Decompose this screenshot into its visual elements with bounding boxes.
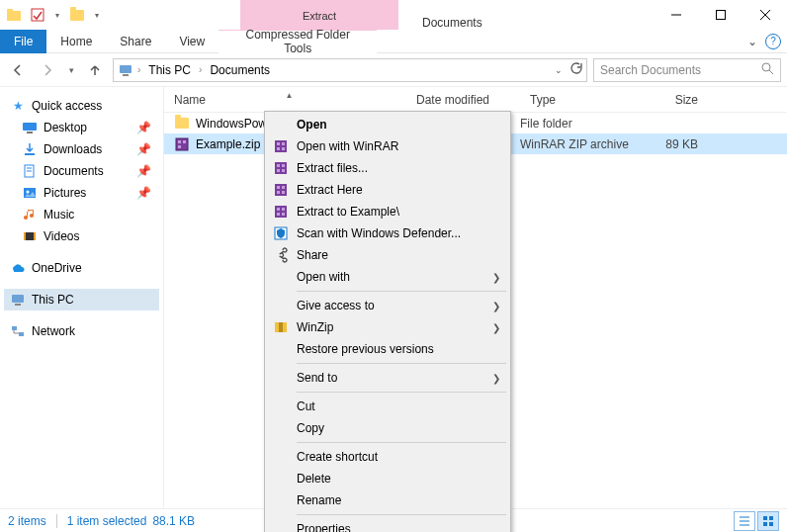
address-dropdown-icon[interactable]: ⌄: [555, 65, 563, 75]
winrar-icon: [273, 160, 289, 176]
close-button[interactable]: [743, 0, 787, 30]
context-menu-item-copy[interactable]: Copy: [267, 417, 508, 439]
tab-home[interactable]: Home: [46, 30, 106, 53]
forward-button[interactable]: [36, 58, 59, 82]
svg-rect-52: [282, 191, 285, 194]
svg-rect-49: [277, 186, 280, 189]
context-menu-label: Share: [297, 248, 328, 262]
svg-rect-7: [120, 65, 131, 73]
pin-icon: 📌: [136, 121, 151, 134]
sidebar-this-pc[interactable]: This PC: [4, 289, 159, 310]
desktop-icon: [22, 120, 38, 135]
pc-icon: [118, 62, 133, 78]
svg-line-10: [769, 70, 773, 74]
pc-icon: [10, 292, 26, 308]
minimize-button[interactable]: [654, 0, 698, 30]
window-controls: [654, 0, 787, 30]
tab-compressed-folder-tools[interactable]: Compressed Folder Tools: [219, 30, 377, 53]
svg-rect-34: [763, 516, 767, 520]
svg-rect-12: [27, 132, 33, 133]
qat-dropdown-icon[interactable]: ▾: [53, 7, 61, 23]
context-menu-item-share[interactable]: Share: [267, 244, 508, 266]
context-menu-item-restore-previous-versions[interactable]: Restore previous versions: [267, 338, 508, 360]
back-button[interactable]: [6, 58, 30, 82]
svg-rect-26: [176, 138, 188, 150]
sidebar-network[interactable]: Network: [4, 320, 159, 342]
breadcrumb-documents[interactable]: Documents: [206, 63, 274, 77]
recent-locations-icon[interactable]: ▾: [65, 58, 77, 82]
context-menu-label: Send to: [297, 371, 337, 385]
context-menu-label: Give access to: [297, 299, 375, 312]
music-icon: [22, 207, 38, 222]
context-menu-item-extract-here[interactable]: Extract Here: [267, 179, 508, 201]
context-menu-item-open-with-winrar[interactable]: Open with WinRAR: [267, 135, 508, 157]
column-date[interactable]: Date modified: [406, 93, 520, 107]
ribbon-expand-icon[interactable]: ⌄: [747, 35, 757, 48]
svg-rect-23: [15, 304, 21, 306]
file-tab[interactable]: File: [0, 30, 46, 53]
properties-icon[interactable]: [30, 7, 45, 23]
context-menu-item-open-with[interactable]: Open with❯: [267, 266, 508, 288]
up-button[interactable]: [83, 58, 107, 82]
new-folder-icon[interactable]: [69, 7, 85, 23]
column-size[interactable]: Size: [629, 93, 708, 107]
context-menu-label: Extract files...: [297, 161, 368, 175]
address-bar[interactable]: › This PC › Documents ⌄: [113, 58, 587, 82]
qat-customize-icon[interactable]: ▾: [93, 7, 101, 23]
context-menu-item-open[interactable]: Open: [267, 114, 508, 135]
svg-rect-55: [282, 208, 285, 211]
sidebar-item-videos[interactable]: Videos: [4, 225, 159, 247]
view-details-button[interactable]: [734, 511, 755, 531]
sidebar-onedrive[interactable]: OneDrive: [4, 257, 159, 279]
context-menu-item-extract-files[interactable]: Extract files...: [267, 157, 508, 179]
context-menu-item-give-access-to[interactable]: Give access to❯: [267, 295, 508, 316]
svg-rect-24: [12, 326, 17, 330]
context-menu-item-delete[interactable]: Delete: [267, 468, 508, 489]
sidebar-item-music[interactable]: Music: [4, 204, 159, 225]
sidebar-item-pictures[interactable]: Pictures 📌: [4, 182, 159, 204]
breadcrumb-this-pc[interactable]: This PC: [144, 63, 195, 77]
maximize-button[interactable]: [698, 0, 743, 30]
tab-view[interactable]: View: [165, 30, 219, 53]
context-menu-separator: [297, 363, 506, 364]
context-menu-item-winzip[interactable]: WinZip❯: [267, 316, 508, 338]
svg-rect-37: [769, 522, 773, 526]
context-menu-item-extract-to-example[interactable]: Extract to Example\: [267, 201, 508, 222]
context-menu-item-rename[interactable]: Rename: [267, 489, 508, 511]
svg-rect-56: [277, 213, 280, 216]
sidebar-item-desktop[interactable]: Desktop 📌: [4, 117, 159, 138]
help-icon[interactable]: ?: [765, 34, 781, 49]
svg-rect-0: [7, 11, 21, 21]
chevron-right-icon[interactable]: ›: [199, 64, 202, 75]
context-menu-item-cut[interactable]: Cut: [267, 396, 508, 417]
svg-rect-48: [275, 184, 287, 196]
svg-rect-2: [32, 9, 44, 21]
column-name[interactable]: Name ▲: [164, 93, 406, 107]
column-type[interactable]: Type: [520, 93, 629, 107]
context-menu-item-scan-with-windows-defender[interactable]: Scan with Windows Defender...: [267, 222, 508, 244]
window-title: Documents: [398, 16, 654, 30]
svg-rect-44: [277, 164, 280, 167]
chevron-right-icon[interactable]: ›: [137, 64, 140, 75]
contextual-tab-extract[interactable]: Extract: [240, 0, 398, 30]
view-large-icons-button[interactable]: [757, 511, 779, 531]
svg-point-9: [762, 63, 770, 71]
sidebar-item-downloads[interactable]: Downloads 📌: [4, 138, 159, 160]
svg-rect-35: [769, 516, 773, 520]
context-menu-label: Create shortcut: [297, 450, 378, 464]
tab-share[interactable]: Share: [106, 30, 165, 53]
documents-icon: [22, 163, 38, 179]
svg-rect-46: [277, 169, 280, 172]
status-item-count: 2 items: [8, 514, 46, 528]
context-menu-item-create-shortcut[interactable]: Create shortcut: [267, 446, 508, 468]
context-menu-item-properties[interactable]: Properties: [267, 518, 508, 532]
pin-icon: 📌: [136, 164, 151, 178]
search-input[interactable]: Search Documents: [593, 58, 781, 82]
context-menu: OpenOpen with WinRARExtract files...Extr…: [264, 111, 511, 532]
sidebar-item-documents[interactable]: Documents 📌: [4, 160, 159, 182]
sidebar-quick-access[interactable]: ★ Quick access: [4, 95, 159, 117]
context-menu-label: Properties: [297, 522, 351, 532]
refresh-icon[interactable]: [568, 61, 582, 78]
context-menu-item-send-to[interactable]: Send to❯: [267, 367, 508, 389]
context-menu-label: Rename: [297, 493, 341, 507]
